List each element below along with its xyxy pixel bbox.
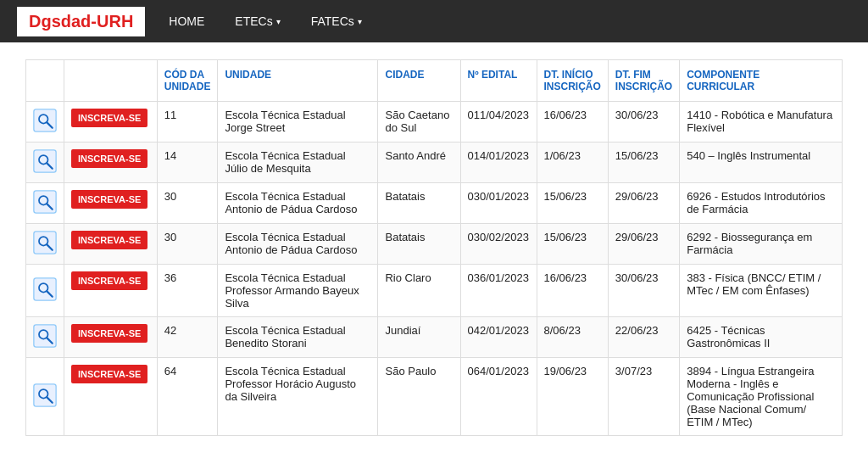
cell-edital: 030/02/2023 <box>460 224 537 265</box>
brand-text-black: Dgsdad- <box>29 12 97 31</box>
cell-edital: 014/01/2023 <box>460 142 537 183</box>
cell-unidade: Escola Técnica Estadual Jorge Street <box>218 102 378 142</box>
cell-dt_fim: 29/06/23 <box>608 224 679 265</box>
cell-componente: 1410 - Robótica e Manufatura Flexível <box>680 102 843 142</box>
cell-dt_inicio: 19/06/23 <box>537 358 608 436</box>
cell-componente: 3894 - Língua Estrangeira Moderna - Ingl… <box>680 358 843 436</box>
nav-item-home[interactable]: HOME <box>153 0 220 42</box>
cell-dt_inicio: 16/06/23 <box>537 265 608 317</box>
th-edital: Nº EDITAL <box>460 60 537 102</box>
cell-componente: 540 – Inglês Instrumental <box>680 142 843 183</box>
th-dt-inicio: DT. INÍCIOINSCRIÇÃO <box>537 60 608 102</box>
cell-cod: 36 <box>157 265 218 317</box>
search-icon[interactable] <box>33 190 57 214</box>
search-icon-cell[interactable] <box>26 183 64 224</box>
header-row: CÓD DAUNIDADE UNIDADE CIDADE Nº EDITAL D… <box>26 60 843 102</box>
nav-item-label: FATECs <box>311 14 354 28</box>
search-icon[interactable] <box>33 231 57 254</box>
cell-cod: 14 <box>157 142 218 183</box>
search-icon-cell[interactable] <box>26 358 64 436</box>
cell-dt_inicio: 15/06/23 <box>537 224 608 265</box>
cell-dt_fim: 30/06/23 <box>608 102 679 142</box>
cell-cidade: Rio Claro <box>378 265 460 317</box>
search-icon[interactable] <box>33 149 57 173</box>
chevron-down-icon: ▾ <box>358 17 362 26</box>
cell-dt_fim: 30/06/23 <box>608 265 679 317</box>
cell-cod: 64 <box>157 358 218 436</box>
cell-cidade: São Caetano do Sul <box>378 102 460 142</box>
inscreva-cell[interactable]: INSCREVA-SE <box>64 358 158 436</box>
navbar: Dgsdad-URH HOMEETECs ▾FATECs ▾ <box>0 0 868 42</box>
cell-unidade: Escola Técnica Estadual Professor Horáci… <box>218 358 378 436</box>
cell-cidade: Batatais <box>378 224 460 265</box>
cell-cidade: Jundiaí <box>378 317 460 358</box>
search-icon[interactable] <box>33 324 57 348</box>
th-cidade: CIDADE <box>378 60 460 102</box>
inscreva-button[interactable]: INSCREVA-SE <box>71 271 147 290</box>
nav-item-fatecs[interactable]: FATECs ▾ <box>296 0 377 42</box>
cell-dt_inicio: 1/06/23 <box>537 142 608 183</box>
th-action <box>64 60 158 102</box>
inscreva-button[interactable]: INSCREVA-SE <box>71 149 147 168</box>
cell-dt_fim: 3/07/23 <box>608 358 679 436</box>
search-icon-cell[interactable] <box>26 142 64 183</box>
cell-unidade: Escola Técnica Estadual Professor Armand… <box>218 265 378 317</box>
cell-edital: 030/01/2023 <box>460 183 537 224</box>
inscreva-cell[interactable]: INSCREVA-SE <box>64 102 158 142</box>
inscreva-cell[interactable]: INSCREVA-SE <box>64 183 158 224</box>
cell-componente: 6425 - Técnicas Gastronômicas II <box>680 317 843 358</box>
inscreva-cell[interactable]: INSCREVA-SE <box>64 265 158 317</box>
cell-unidade: Escola Técnica Estadual Antonio de Pádua… <box>218 183 378 224</box>
search-icon[interactable] <box>33 109 57 132</box>
cell-edital: 042/01/2023 <box>460 317 537 358</box>
cell-dt_fim: 15/06/23 <box>608 142 679 183</box>
inscreva-button[interactable]: INSCREVA-SE <box>71 324 147 343</box>
cell-cidade: Santo André <box>378 142 460 183</box>
th-dt-fim: DT. FIMINSCRIÇÃO <box>608 60 679 102</box>
inscreva-cell[interactable]: INSCREVA-SE <box>64 142 158 183</box>
search-icon[interactable] <box>33 277 57 301</box>
nav-item-label: HOME <box>169 14 204 28</box>
cell-dt_fim: 22/06/23 <box>608 317 679 358</box>
inscreva-cell[interactable]: INSCREVA-SE <box>64 224 158 265</box>
search-icon-cell[interactable] <box>26 317 64 358</box>
inscreva-button[interactable]: INSCREVA-SE <box>71 109 147 127</box>
chevron-down-icon: ▾ <box>276 17 281 26</box>
search-icon-cell[interactable] <box>26 102 64 142</box>
cell-componente: 383 - Física (BNCC/ ETIM / MTec / EM com… <box>680 265 843 317</box>
search-icon[interactable] <box>33 383 57 407</box>
table-body: INSCREVA-SE11Escola Técnica Estadual Jor… <box>26 102 843 436</box>
cell-unidade: Escola Técnica Estadual Antonio de Pádua… <box>218 224 378 265</box>
brand-text-red: URH <box>97 12 133 31</box>
cell-edital: 036/01/2023 <box>460 265 537 317</box>
brand-logo: Dgsdad-URH <box>17 7 145 36</box>
table-row: INSCREVA-SE14Escola Técnica Estadual Júl… <box>26 142 843 183</box>
inscreva-button[interactable]: INSCREVA-SE <box>71 365 147 383</box>
cell-dt_inicio: 15/06/23 <box>537 183 608 224</box>
th-componente: COMPONENTECURRICULAR <box>680 60 843 102</box>
cell-componente: 6292 - Biossegurança em Farmácia <box>680 224 843 265</box>
cell-cod: 30 <box>157 224 218 265</box>
cell-edital: 064/01/2023 <box>460 358 537 436</box>
nav-item-etecs[interactable]: ETECs ▾ <box>220 0 295 42</box>
cell-cod: 30 <box>157 183 218 224</box>
inscreva-button[interactable]: INSCREVA-SE <box>71 231 147 249</box>
table-row: INSCREVA-SE30Escola Técnica Estadual Ant… <box>26 224 843 265</box>
cell-unidade: Escola Técnica Estadual Benedito Storani <box>218 317 378 358</box>
table-row: INSCREVA-SE42Escola Técnica Estadual Ben… <box>26 317 843 358</box>
cell-dt_inicio: 16/06/23 <box>537 102 608 142</box>
cell-cidade: São Paulo <box>378 358 460 436</box>
th-unidade: UNIDADE <box>218 60 378 102</box>
cell-cidade: Batatais <box>378 183 460 224</box>
search-icon-cell[interactable] <box>26 224 64 265</box>
cell-cod: 42 <box>157 317 218 358</box>
inscreva-button[interactable]: INSCREVA-SE <box>71 190 147 209</box>
inscreva-cell[interactable]: INSCREVA-SE <box>64 317 158 358</box>
main-table: CÓD DAUNIDADE UNIDADE CIDADE Nº EDITAL D… <box>25 59 843 436</box>
table-row: INSCREVA-SE11Escola Técnica Estadual Jor… <box>26 102 843 142</box>
nav-items: HOMEETECs ▾FATECs ▾ <box>153 0 376 42</box>
table-row: INSCREVA-SE36Escola Técnica Estadual Pro… <box>26 265 843 317</box>
th-cod: CÓD DAUNIDADE <box>157 60 218 102</box>
cell-dt_inicio: 8/06/23 <box>537 317 608 358</box>
search-icon-cell[interactable] <box>26 265 64 317</box>
